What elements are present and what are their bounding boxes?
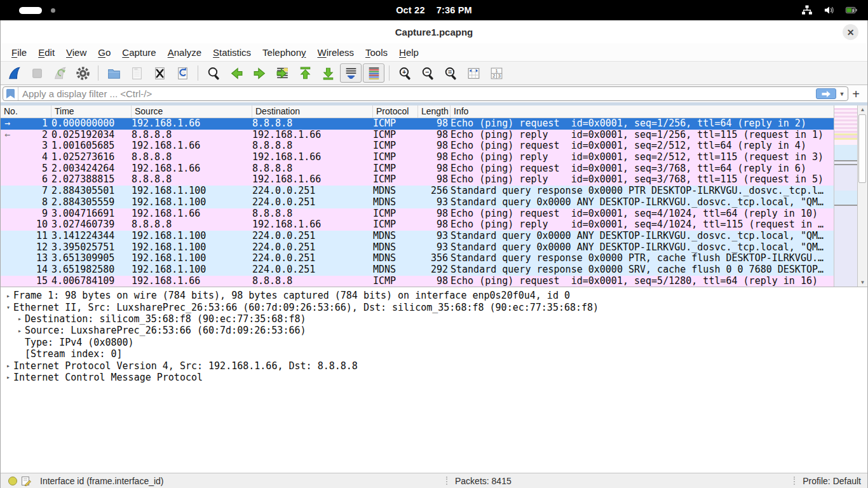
packet-row-8[interactable]: 82.884305559192.168.1.100224.0.0.251MDNS… bbox=[1, 197, 834, 208]
previous-packet-button[interactable] bbox=[226, 64, 247, 83]
expander-closed-icon[interactable]: ▸ bbox=[3, 362, 13, 369]
scrollbar-thumb[interactable] bbox=[858, 114, 866, 183]
apply-filter-button[interactable] bbox=[816, 88, 836, 99]
packet-row-15[interactable]: 154.006784109192.168.1.668.8.8.8ICMP98Ec… bbox=[1, 276, 834, 287]
capture-options-button[interactable] bbox=[72, 64, 93, 83]
column-header-no[interactable]: No. bbox=[1, 105, 51, 118]
go-to-packet-button[interactable] bbox=[271, 64, 293, 83]
menu-analyze[interactable]: Analyze bbox=[162, 45, 207, 60]
cell-no: 4 bbox=[1, 152, 51, 163]
clock[interactable]: Oct 227:36 PM bbox=[0, 5, 868, 15]
start-capture-button[interactable] bbox=[3, 64, 25, 83]
packet-row-3[interactable]: 31.001605685192.168.1.668.8.8.8ICMP98Ech… bbox=[1, 140, 834, 152]
menu-tools[interactable]: Tools bbox=[360, 45, 393, 60]
detail-line[interactable]: ▸Internet Protocol Version 4, Src: 192.1… bbox=[3, 360, 867, 371]
cell-len: 98 bbox=[418, 219, 451, 231]
status-splitter-handle[interactable] bbox=[446, 477, 447, 485]
packet-row-4[interactable]: 41.0252736168.8.8.8192.168.1.66ICMP98Ech… bbox=[1, 152, 834, 163]
capture-comment-icon[interactable] bbox=[21, 476, 40, 486]
stop-capture-button[interactable] bbox=[26, 64, 48, 83]
cell-dst: 8.8.8.8 bbox=[252, 163, 373, 175]
add-filter-button[interactable]: + bbox=[848, 88, 864, 100]
zoom-reset-button[interactable]: = bbox=[440, 64, 461, 83]
scroll-down-arrow-icon[interactable]: ▼ bbox=[858, 278, 867, 287]
cell-len: 98 bbox=[418, 118, 451, 130]
packet-row-14[interactable]: 143.651982580192.168.1.100224.0.0.251MDN… bbox=[1, 264, 834, 276]
packet-rows: 1→0.000000000192.168.1.668.8.8.8ICMP98Ec… bbox=[1, 118, 834, 287]
column-header-source[interactable]: Source bbox=[132, 105, 252, 118]
detail-line[interactable]: Type: IPv4 (0x0800) bbox=[3, 337, 867, 348]
packet-row-11[interactable]: 113.141224344192.168.1.100224.0.0.251MDN… bbox=[1, 231, 834, 242]
reload-file-button[interactable] bbox=[172, 64, 193, 83]
save-file-button[interactable] bbox=[126, 64, 147, 83]
detail-line[interactable]: ▸Internet Control Message Protocol bbox=[3, 372, 867, 383]
expander-closed-icon[interactable]: ▸ bbox=[15, 315, 25, 322]
cell-no: 2← bbox=[1, 130, 51, 141]
column-header-protocol[interactable]: Protocol bbox=[373, 105, 418, 118]
menu-capture[interactable]: Capture bbox=[116, 45, 161, 60]
packet-row-7[interactable]: 72.884305501192.168.1.100224.0.0.251MDNS… bbox=[1, 186, 834, 197]
menu-wireless[interactable]: Wireless bbox=[312, 45, 360, 60]
status-profile[interactable]: Profile: Default bbox=[803, 476, 861, 486]
display-filter-input[interactable]: Apply a display filter ... <Ctrl-/> ▼ bbox=[3, 86, 848, 101]
packet-row-10[interactable]: 103.0274607398.8.8.8192.168.1.66ICMP98Ec… bbox=[1, 219, 834, 231]
menu-file[interactable]: File bbox=[6, 45, 32, 60]
packet-row-13[interactable]: 133.651309905192.168.1.100224.0.0.251MDN… bbox=[1, 253, 834, 264]
expander-closed-icon[interactable]: ▸ bbox=[15, 327, 25, 334]
status-splitter-handle[interactable] bbox=[794, 477, 795, 485]
column-header-time[interactable]: Time bbox=[51, 105, 132, 118]
window-title: Capture1.pcapng bbox=[395, 27, 473, 37]
next-packet-button[interactable] bbox=[248, 64, 270, 83]
packet-row-9[interactable]: 93.004716691192.168.1.668.8.8.8ICMP98Ech… bbox=[1, 208, 834, 220]
find-packet-button[interactable] bbox=[203, 64, 224, 83]
detail-line[interactable]: ▸Destination: silicom_35:68:f8 (90:ec:77… bbox=[3, 313, 867, 325]
menu-telephony[interactable]: Telephony bbox=[257, 45, 311, 60]
zoom-in-button[interactable]: + bbox=[394, 64, 416, 83]
cell-no: 3 bbox=[1, 140, 51, 152]
column-header-length[interactable]: Length bbox=[418, 105, 451, 118]
cell-len: 98 bbox=[418, 163, 451, 175]
cell-time: 1.025273616 bbox=[51, 152, 132, 163]
menu-view[interactable]: View bbox=[60, 45, 92, 60]
expander-open-icon[interactable]: ▾ bbox=[3, 304, 13, 311]
intelligent-scrollbar-map[interactable] bbox=[834, 105, 858, 287]
close-file-button[interactable] bbox=[149, 64, 170, 83]
packet-row-1[interactable]: 1→0.000000000192.168.1.668.8.8.8ICMP98Ec… bbox=[1, 118, 834, 130]
packet-row-6[interactable]: 62.0273888158.8.8.8192.168.1.66ICMP98Ech… bbox=[1, 174, 834, 186]
cell-dst: 224.0.0.251 bbox=[252, 242, 373, 254]
menu-statistics[interactable]: Statistics bbox=[207, 45, 257, 60]
colorize-button[interactable] bbox=[363, 64, 384, 83]
status-field-hint[interactable]: Interface id (frame.interface_id) bbox=[40, 476, 164, 486]
detail-line[interactable]: ▸Source: LuxsharePrec_26:53:66 (60:7d:09… bbox=[3, 325, 867, 336]
detail-line[interactable]: ▾Ethernet II, Src: LuxsharePrec_26:53:66… bbox=[3, 301, 867, 313]
packet-row-12[interactable]: 123.395025751192.168.1.100224.0.0.251MDN… bbox=[1, 242, 834, 254]
menu-go[interactable]: Go bbox=[92, 45, 116, 60]
zoom-out-button[interactable]: − bbox=[417, 64, 438, 83]
layout-1-2-3-button[interactable]: 123 bbox=[485, 64, 507, 83]
column-header-info[interactable]: Info bbox=[451, 105, 834, 118]
column-header-destination[interactable]: Destination bbox=[252, 105, 373, 118]
resize-columns-button[interactable] bbox=[463, 64, 484, 83]
last-packet-button[interactable] bbox=[317, 64, 339, 83]
close-window-button[interactable]: ✕ bbox=[843, 24, 858, 40]
expert-info-icon[interactable] bbox=[8, 477, 17, 485]
packet-list-scrollbar[interactable]: ▲ ▼ bbox=[858, 105, 867, 287]
filter-history-caret[interactable]: ▼ bbox=[837, 87, 846, 100]
cell-len: 98 bbox=[418, 130, 451, 141]
restart-capture-button[interactable] bbox=[49, 64, 71, 83]
menu-help[interactable]: Help bbox=[393, 45, 424, 60]
scroll-up-arrow-icon[interactable]: ▲ bbox=[858, 105, 867, 114]
packet-row-2[interactable]: 2←0.0251920348.8.8.8192.168.1.66ICMP98Ec… bbox=[1, 130, 834, 141]
detail-line[interactable]: ▸Frame 1: 98 bytes on wire (784 bits), 9… bbox=[3, 290, 867, 301]
filter-bookmark-button[interactable] bbox=[3, 87, 18, 100]
auto-scroll-button[interactable] bbox=[340, 64, 362, 83]
first-packet-button[interactable] bbox=[294, 64, 316, 83]
cell-no: 10 bbox=[1, 219, 51, 231]
detail-line[interactable]: [Stream index: 0] bbox=[3, 348, 867, 360]
expander-closed-icon[interactable]: ▸ bbox=[3, 292, 13, 299]
packet-row-5[interactable]: 52.003424264192.168.1.668.8.8.8ICMP98Ech… bbox=[1, 163, 834, 175]
menu-edit[interactable]: Edit bbox=[32, 45, 60, 60]
expander-closed-icon[interactable]: ▸ bbox=[3, 374, 13, 381]
open-file-button[interactable] bbox=[103, 64, 125, 83]
arrow-first-icon bbox=[297, 65, 313, 81]
